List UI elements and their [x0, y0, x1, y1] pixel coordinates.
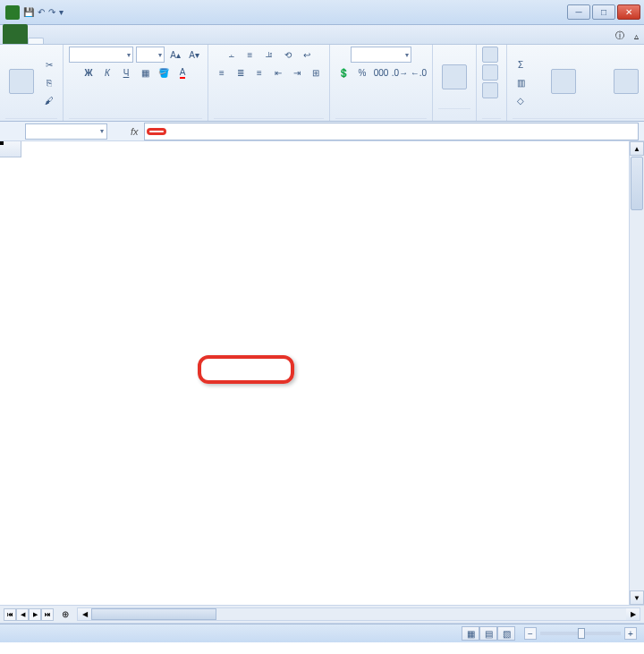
wrap-text-icon[interactable]: ↩: [299, 47, 315, 63]
merge-icon[interactable]: ⊞: [308, 64, 324, 81]
status-bar: ▦ ▤ ▧ − +: [0, 624, 644, 642]
fill-icon[interactable]: ▥: [513, 74, 529, 90]
cancel-formula-icon[interactable]: [113, 126, 129, 137]
sheet-nav-prev-icon[interactable]: ◀: [16, 608, 29, 621]
align-bottom-icon[interactable]: ⫡: [261, 47, 277, 63]
format-painter-icon[interactable]: 🖌: [41, 92, 57, 108]
italic-button[interactable]: К: [99, 64, 115, 81]
formula-bar[interactable]: [144, 123, 639, 140]
paste-button[interactable]: [5, 67, 38, 98]
hscroll-thumb[interactable]: [91, 608, 216, 620]
qat-undo-icon[interactable]: ↶: [38, 7, 45, 17]
minimize-button[interactable]: ─: [567, 4, 590, 20]
fill-color-button[interactable]: 🪣: [156, 64, 172, 81]
align-right-icon[interactable]: ≡: [251, 64, 267, 81]
currency-icon[interactable]: 💲: [335, 64, 352, 81]
increase-decimal-icon[interactable]: .0→: [392, 64, 408, 81]
format-icon: [482, 82, 498, 98]
horizontal-scrollbar[interactable]: ◀ ▶: [77, 607, 640, 621]
sort-filter-button[interactable]: [532, 67, 595, 98]
qat-dropdown-icon[interactable]: ▾: [59, 7, 64, 17]
autosum-icon[interactable]: Σ: [513, 56, 529, 72]
hscroll-right-icon[interactable]: ▶: [626, 608, 640, 620]
paste-icon: [9, 69, 34, 94]
tab-view[interactable]: [115, 38, 130, 44]
border-button[interactable]: ▦: [137, 64, 153, 81]
view-buttons[interactable]: ▦ ▤ ▧: [462, 626, 515, 641]
zoom-slider[interactable]: [540, 632, 621, 635]
font-size-combo[interactable]: [136, 47, 165, 63]
align-top-icon[interactable]: ⫠: [224, 47, 240, 63]
vertical-scrollbar[interactable]: ▲ ▼: [629, 141, 644, 605]
view-normal-icon[interactable]: ▦: [462, 626, 479, 641]
align-left-icon[interactable]: ≡: [214, 64, 230, 81]
worksheet-grid[interactable]: ▲ ▼: [0, 141, 644, 606]
font-name-combo[interactable]: [69, 47, 133, 63]
decrease-font-icon[interactable]: A▾: [186, 47, 202, 63]
font-color-button[interactable]: A: [174, 64, 191, 81]
scroll-down-icon[interactable]: ▼: [630, 590, 644, 605]
hscroll-left-icon[interactable]: ◀: [78, 608, 91, 620]
ribbon-help-icon[interactable]: ⓘ: [612, 28, 628, 44]
orientation-icon[interactable]: ⟲: [280, 47, 296, 63]
zoom-in-button[interactable]: +: [624, 627, 637, 640]
zoom-slider-handle[interactable]: [578, 628, 585, 639]
tab-data[interactable]: [87, 38, 101, 44]
group-number: 💲 % 000 .0→ ←.0: [330, 45, 433, 121]
view-pagebreak-icon[interactable]: ▧: [497, 626, 515, 641]
new-sheet-icon[interactable]: ⊕: [57, 607, 73, 623]
scroll-up-icon[interactable]: ▲: [630, 141, 644, 156]
name-box[interactable]: [25, 123, 107, 140]
row-headers[interactable]: [0, 157, 21, 605]
indent-increase-icon[interactable]: ⇥: [289, 64, 305, 81]
copy-icon[interactable]: ⎘: [41, 74, 57, 90]
group-label-clipboard: [5, 118, 57, 121]
bold-button[interactable]: Ж: [80, 64, 97, 81]
tab-developer[interactable]: [130, 38, 144, 44]
align-middle-icon[interactable]: ≡: [242, 47, 258, 63]
increase-font-icon[interactable]: A▴: [167, 47, 183, 63]
tab-addins[interactable]: [144, 38, 158, 44]
qat-save-icon[interactable]: 💾: [23, 7, 34, 17]
group-styles: [433, 45, 477, 121]
sheet-nav-next-icon[interactable]: ▶: [29, 608, 41, 621]
tab-abbyy[interactable]: [173, 38, 187, 44]
sheet-nav-buttons[interactable]: ⏮ ◀ ▶ ⏭: [4, 608, 54, 621]
tab-formulas[interactable]: [72, 38, 87, 44]
tab-home[interactable]: [28, 38, 44, 44]
align-center-icon[interactable]: ≣: [233, 64, 249, 81]
fx-icon[interactable]: fx: [131, 126, 139, 137]
scroll-thumb[interactable]: [631, 157, 643, 210]
select-all-corner[interactable]: [0, 141, 21, 157]
group-label-font: [69, 118, 202, 121]
clear-icon[interactable]: ◇: [513, 92, 529, 108]
indent-decrease-icon[interactable]: ⇤: [270, 64, 286, 81]
underline-button[interactable]: Ч: [118, 64, 134, 81]
sheet-nav-first-icon[interactable]: ⏮: [4, 608, 16, 621]
file-tab[interactable]: [3, 24, 28, 44]
delete-icon: [482, 64, 498, 81]
ribbon-minimize-icon[interactable]: ▵: [628, 28, 644, 44]
qat-redo-icon[interactable]: ↷: [48, 7, 55, 17]
sheet-nav-last-icon[interactable]: ⏭: [41, 608, 54, 621]
view-layout-icon[interactable]: ▤: [479, 626, 497, 641]
styles-button[interactable]: [438, 63, 470, 93]
percent-icon[interactable]: %: [354, 64, 370, 81]
cut-icon[interactable]: ✂: [41, 56, 57, 72]
tab-layout[interactable]: [58, 38, 72, 44]
cells-delete-button[interactable]: [482, 64, 501, 81]
tab-insert[interactable]: [44, 38, 58, 44]
comma-icon[interactable]: 000: [373, 64, 389, 81]
tab-foxit[interactable]: [158, 38, 173, 44]
zoom-out-button[interactable]: −: [524, 627, 537, 640]
maximize-button[interactable]: □: [592, 4, 615, 20]
tab-review[interactable]: [101, 38, 115, 44]
column-headers[interactable]: [21, 141, 628, 157]
cells-area[interactable]: [21, 157, 628, 605]
cells-format-button[interactable]: [482, 82, 501, 98]
cells-insert-button[interactable]: [482, 47, 501, 63]
decrease-decimal-icon[interactable]: ←.0: [411, 64, 427, 81]
number-format-combo[interactable]: [351, 47, 411, 63]
find-select-button[interactable]: [598, 67, 644, 98]
close-button[interactable]: ✕: [617, 4, 640, 20]
